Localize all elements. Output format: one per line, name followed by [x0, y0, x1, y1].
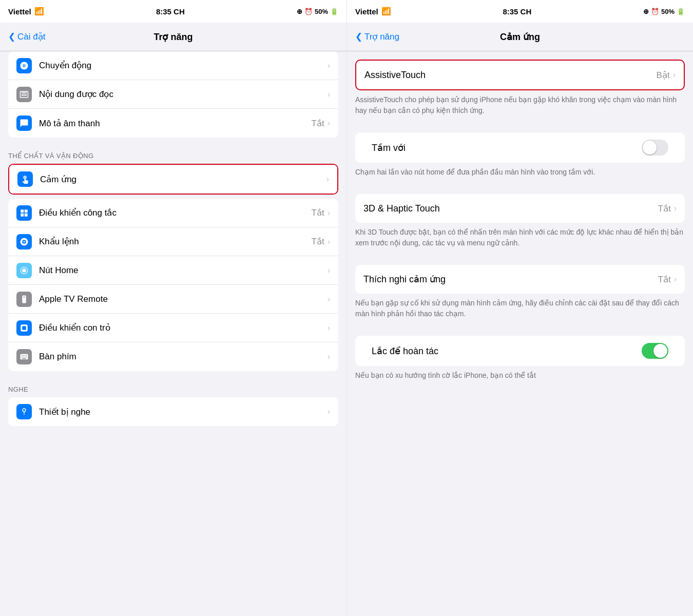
cam-ung-label: Cảm ứng [40, 174, 326, 185]
left-panel: Viettel 📶 8:35 CH ⊕ ⏰ 50% 🔋 ❮ Cài đặt Tr… [0, 0, 346, 616]
pointer-control-icon [16, 320, 32, 336]
svg-point-11 [24, 298, 25, 299]
hearing-device-label: Thiết bị nghe [39, 407, 328, 417]
list-item[interactable]: Mô tả âm thanh Tắt › [8, 109, 338, 138]
lac-de-desc: Nếu bạn có xu hướng tình cờ lắc iPhone, … [347, 366, 693, 389]
list-item[interactable]: Bàn phím › [8, 342, 338, 371]
svg-rect-20 [23, 357, 24, 358]
home-button-icon [16, 263, 32, 278]
right-panel: Viettel 📶 8:35 CH ⊕ ⏰ 50% 🔋 ❮ Trợ năng C… [346, 0, 693, 616]
list-item[interactable]: Nội dung được đọc › [8, 80, 338, 109]
keyboard-label: Bàn phím [39, 352, 328, 362]
audio-desc-value: Tắt [312, 118, 324, 129]
voice-control-icon [16, 234, 32, 249]
location-icon-left: ⊕ [297, 8, 302, 15]
tv-remote-icon [16, 292, 32, 307]
svg-rect-18 [26, 355, 27, 356]
svg-point-8 [22, 268, 26, 273]
voice-control-value: Tắt [312, 236, 324, 247]
chevron-audio-desc: › [328, 119, 330, 128]
tam-voi-toggle[interactable] [642, 140, 668, 156]
cam-ung-group: Cảm ứng › [8, 164, 338, 195]
thich-nghi-group: Thích nghi cảm ứng Tắt › [355, 265, 685, 294]
back-button-left[interactable]: ❮ Cài đặt [6, 31, 45, 42]
thich-nghi-row[interactable]: Thích nghi cảm ứng Tắt › [355, 265, 685, 294]
back-button-right[interactable]: ❮ Trợ năng [353, 31, 399, 42]
assistive-touch-value: Bật [657, 70, 670, 81]
list-item[interactable]: Điều khiển con trỏ › [8, 314, 338, 342]
lac-de-row: Lắc để hoàn tác [363, 336, 677, 366]
chevron-cam-ung: › [326, 175, 329, 184]
carrier-left: Viettel [8, 7, 31, 16]
time-right: 8:35 CH [503, 7, 531, 16]
chevron-back-icon-right: ❮ [355, 31, 362, 42]
status-bar-right: Viettel 📶 8:35 CH ⊕ ⏰ 50% 🔋 [347, 0, 693, 23]
svg-rect-23 [22, 358, 26, 359]
back-label-right: Trợ năng [364, 31, 399, 42]
alarm-icon-left: ⏰ [304, 8, 313, 15]
chevron-home: › [328, 266, 330, 275]
svg-rect-3 [25, 213, 28, 216]
svg-rect-0 [21, 209, 24, 213]
lac-de-toggle[interactable] [642, 343, 668, 359]
physical-settings-group: Điều khiển công tắc Tắt › Khẩu lệnh Tắt … [8, 199, 338, 371]
status-left-right: Viettel 📶 [355, 7, 391, 16]
assistive-touch-row[interactable]: AssistiveTouch Bật › [356, 61, 684, 89]
tam-voi-desc: Chạm hai lần vào nút home để đưa phần đầ… [347, 163, 693, 186]
content-read-label: Nội dung được đọc [39, 89, 328, 100]
lac-de-group: Lắc để hoàn tác [355, 336, 685, 366]
battery-right: 50% [661, 8, 675, 15]
tam-voi-label: Tầm với [372, 142, 642, 153]
keyboard-icon [16, 349, 32, 364]
nav-title-right: Cảm ứng [500, 31, 540, 43]
voice-control-label: Khẩu lệnh [39, 236, 312, 247]
svg-rect-1 [25, 209, 28, 213]
nav-bar-left: ❮ Cài đặt Trợ năng [0, 23, 346, 51]
haptic-touch-row[interactable]: 3D & Haptic Touch Tắt › [355, 194, 685, 223]
lac-de-label: Lắc để hoàn tác [372, 345, 642, 357]
svg-rect-19 [22, 357, 23, 358]
alarm-icon-right: ⏰ [651, 8, 659, 15]
status-left: Viettel 📶 [8, 7, 44, 16]
touch-icon [17, 171, 33, 187]
chevron-haptic: › [674, 204, 677, 213]
svg-point-6 [24, 241, 25, 242]
chevron-content-read: › [328, 90, 330, 99]
svg-rect-10 [24, 296, 25, 297]
left-content: Chuyển động › Nội dung được đọc › Mô tả … [0, 51, 346, 616]
svg-rect-17 [25, 355, 26, 356]
status-right-left: ⊕ ⏰ 50% 🔋 [297, 8, 338, 15]
chevron-hearing: › [328, 407, 330, 416]
tam-voi-group: Tầm với [355, 132, 685, 163]
assistive-touch-group: AssistiveTouch Bật › [355, 60, 685, 90]
chevron-keyboard: › [328, 352, 330, 361]
chevron-switch: › [328, 208, 330, 218]
list-item[interactable]: Apple TV Remote › [8, 285, 338, 314]
list-item[interactable]: Chuyển động › [8, 51, 338, 80]
switch-control-label: Điều khiển công tắc [39, 207, 312, 218]
assistive-touch-label: AssistiveTouch [364, 70, 657, 81]
audio-desc-label: Mô tả âm thanh [39, 118, 312, 129]
location-icon-right: ⊕ [643, 8, 649, 15]
cam-ung-row[interactable]: Cảm ứng › [9, 165, 337, 194]
list-item[interactable]: Khẩu lệnh Tắt › [8, 227, 338, 256]
listening-settings-group: Thiết bị nghe › [8, 397, 338, 426]
svg-rect-21 [25, 357, 26, 358]
home-button-label: Nút Home [39, 265, 328, 276]
status-bar-left: Viettel 📶 8:35 CH ⊕ ⏰ 50% 🔋 [0, 0, 346, 23]
chevron-voice: › [328, 237, 330, 246]
pointer-control-label: Điều khiển con trỏ [39, 322, 328, 333]
chevron-tv: › [328, 295, 330, 304]
back-label-left: Cài đặt [17, 31, 45, 42]
list-item[interactable]: Thiết bị nghe › [8, 397, 338, 426]
status-right-right: ⊕ ⏰ 50% 🔋 [643, 8, 685, 15]
battery-icon-right: 🔋 [677, 8, 685, 15]
assistive-touch-desc: AssistiveTouch cho phép bạn sử dụng iPho… [347, 90, 693, 124]
physical-section-header: THỂ CHẤT VÀ VẬN ĐỘNG [0, 142, 346, 164]
list-item[interactable]: Nút Home › [8, 256, 338, 285]
wifi-icon-left: 📶 [34, 7, 44, 16]
svg-rect-13 [22, 326, 26, 330]
right-content: AssistiveTouch Bật › AssistiveTouch cho … [347, 51, 693, 616]
list-item[interactable]: Điều khiển công tắc Tắt › [8, 199, 338, 227]
hearing-device-icon [16, 404, 32, 419]
